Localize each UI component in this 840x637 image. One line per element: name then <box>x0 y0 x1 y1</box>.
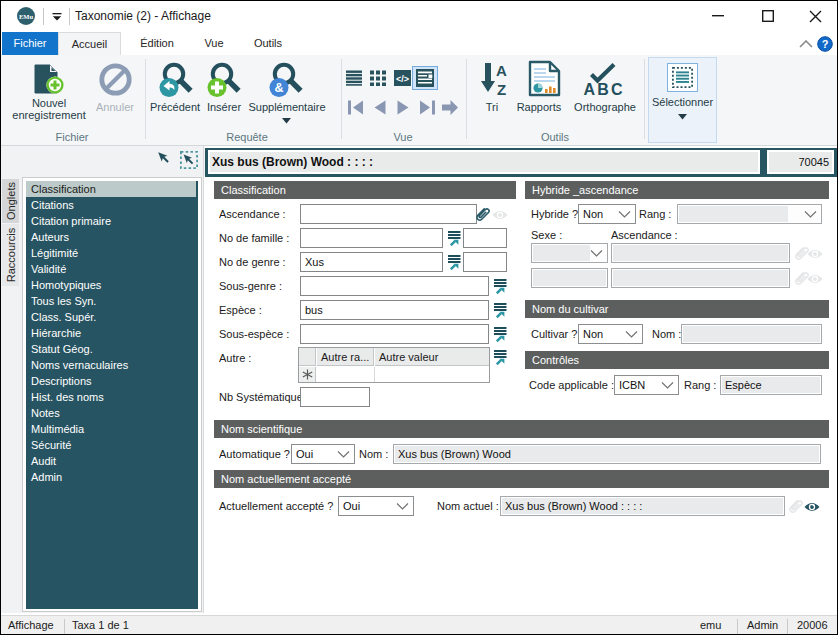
svg-text:Z: Z <box>497 81 506 96</box>
svg-text:ABC: ABC <box>584 81 623 97</box>
svg-text:A: A <box>496 62 507 79</box>
svg-text:&: & <box>274 81 283 95</box>
svg-text:?: ? <box>822 38 829 50</box>
svg-text:</>: </> <box>396 74 409 84</box>
svg-text:EMu: EMu <box>19 13 33 20</box>
